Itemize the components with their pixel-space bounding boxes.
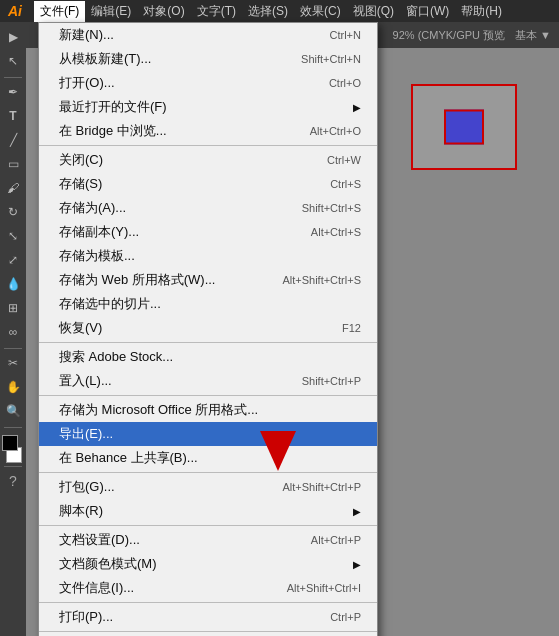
menu-item-i[interactable]: 文件信息(I)...Alt+Shift+Ctrl+I — [39, 576, 377, 600]
menu-item-label: 置入(L)... — [59, 372, 282, 390]
menu-item-p[interactable]: 打印(P)...Ctrl+P — [39, 605, 377, 629]
tool-rotate[interactable]: ↻ — [2, 201, 24, 223]
menu-item-label: 存储为(A)... — [59, 199, 282, 217]
artboard-object — [444, 110, 484, 145]
zoom-label: 92% (CMYK/GPU 预览 — [393, 28, 505, 43]
foreground-color[interactable] — [2, 435, 18, 451]
menu-item-label: 打印(P)... — [59, 608, 310, 626]
tool-separator-3 — [4, 427, 22, 428]
menu-item-shortcut: Ctrl+N — [330, 29, 361, 41]
tool-direct-select[interactable]: ↖ — [2, 50, 24, 72]
menu-item-shortcut: Ctrl+P — [330, 611, 361, 623]
menu-item-n[interactable]: 新建(N)...Ctrl+N — [39, 23, 377, 47]
menu-item-shortcut: Alt+Shift+Ctrl+S — [282, 274, 361, 286]
menu-item-y[interactable]: 存储副本(Y)...Alt+Ctrl+S — [39, 220, 377, 244]
menu-item-r[interactable]: 脚本(R)▶ — [39, 499, 377, 523]
file-dropdown-menu: 新建(N)...Ctrl+N从模板新建(T)...Shift+Ctrl+N打开(… — [38, 22, 378, 636]
menu-item-label: 新建(N)... — [59, 26, 310, 44]
menu-separator-5 — [39, 145, 377, 146]
menu-item-label: 最近打开的文件(F) — [59, 98, 347, 116]
menu-item-[interactable]: 存储为模板... — [39, 244, 377, 268]
menu-item-e[interactable]: 导出(E)... — [39, 422, 377, 446]
tool-select[interactable]: ▶ — [2, 26, 24, 48]
menu-item-shortcut: F12 — [342, 322, 361, 334]
menu-separator-17 — [39, 395, 377, 396]
tool-separator-1 — [4, 77, 22, 78]
menu-item-webw[interactable]: 存储为 Web 所用格式(W)...Alt+Shift+Ctrl+S — [39, 268, 377, 292]
tool-question[interactable]: ? — [2, 470, 24, 492]
menu-effect[interactable]: 效果(C) — [294, 1, 347, 22]
menu-separator-30 — [39, 631, 377, 632]
menu-item-submenu-arrow: ▶ — [353, 559, 361, 570]
workspace-label[interactable]: 基本 ▼ — [515, 28, 551, 43]
menu-type[interactable]: 文字(T) — [191, 1, 242, 22]
menu-item-adobestock[interactable]: 搜索 Adobe Stock... — [39, 345, 377, 369]
menu-help[interactable]: 帮助(H) — [455, 1, 508, 22]
menu-file[interactable]: 文件(F) — [34, 1, 85, 22]
menu-item-bridge[interactable]: 在 Bridge 中浏览...Alt+Ctrl+O — [39, 119, 377, 143]
menu-item-shortcut: Ctrl+O — [329, 77, 361, 89]
menu-item-label: 脚本(R) — [59, 502, 347, 520]
color-selector[interactable] — [2, 435, 24, 463]
artboard-inner — [411, 84, 517, 170]
tool-paintbrush[interactable]: 🖌 — [2, 177, 24, 199]
menu-item-f[interactable]: 最近打开的文件(F)▶ — [39, 95, 377, 119]
menu-item-s[interactable]: 存储(S)Ctrl+S — [39, 172, 377, 196]
menu-view[interactable]: 视图(Q) — [347, 1, 400, 22]
menu-item-g[interactable]: 打包(G)...Alt+Shift+Ctrl+P — [39, 475, 377, 499]
tool-eyedrop[interactable]: 💧 — [2, 273, 24, 295]
tool-rect[interactable]: ▭ — [2, 153, 24, 175]
menu-item-shortcut: Alt+Ctrl+O — [310, 125, 361, 137]
menu-item-c[interactable]: 关闭(C)Ctrl+W — [39, 148, 377, 172]
tool-zoom[interactable]: 🔍 — [2, 400, 24, 422]
menu-item-[interactable]: 存储选中的切片... — [39, 292, 377, 316]
menu-item-a[interactable]: 存储为(A)...Shift+Ctrl+S — [39, 196, 377, 220]
menu-object[interactable]: 对象(O) — [137, 1, 190, 22]
menu-item-v[interactable]: 恢复(V)F12 — [39, 316, 377, 340]
menu-item-shortcut: Alt+Ctrl+P — [311, 534, 361, 546]
menu-item-label: 存储为 Web 所用格式(W)... — [59, 271, 262, 289]
app-logo: Ai — [4, 3, 26, 19]
menu-item-label: 文件信息(I)... — [59, 579, 267, 597]
tool-pen[interactable]: ✒ — [2, 81, 24, 103]
menu-window[interactable]: 窗口(W) — [400, 1, 455, 22]
menu-item-submenu-arrow: ▶ — [353, 102, 361, 113]
menu-item-label: 在 Bridge 中浏览... — [59, 122, 290, 140]
menu-item-shortcut: Ctrl+S — [330, 178, 361, 190]
tool-scissors[interactable]: ✂ — [2, 352, 24, 374]
tool-text[interactable]: T — [2, 105, 24, 127]
menu-item-l[interactable]: 置入(L)...Shift+Ctrl+P — [39, 369, 377, 393]
menu-item-shortcut: Alt+Shift+Ctrl+I — [287, 582, 361, 594]
menu-item-shortcut: Alt+Ctrl+S — [311, 226, 361, 238]
menu-item-microsoftoffice[interactable]: 存储为 Microsoft Office 所用格式... — [39, 398, 377, 422]
menu-edit[interactable]: 编辑(E) — [85, 1, 137, 22]
menu-item-label: 打开(O)... — [59, 74, 309, 92]
menu-item-label: 在 Behance 上共享(B)... — [59, 449, 361, 467]
artboard-preview — [399, 72, 529, 182]
menu-item-label: 恢复(V) — [59, 319, 322, 337]
menu-separator-28 — [39, 602, 377, 603]
menu-item-label: 导出(E)... — [59, 425, 361, 443]
menu-item-label: 存储为模板... — [59, 247, 361, 265]
tool-mesh[interactable]: ⊞ — [2, 297, 24, 319]
menu-item-m[interactable]: 文档颜色模式(M)▶ — [39, 552, 377, 576]
menu-item-shortcut: Ctrl+W — [327, 154, 361, 166]
menu-item-label: 打包(G)... — [59, 478, 262, 496]
menu-item-label: 存储选中的切片... — [59, 295, 361, 313]
tool-scale[interactable]: ⤡ — [2, 225, 24, 247]
menu-item-shortcut: Shift+Ctrl+S — [302, 202, 361, 214]
tool-warp[interactable]: ⤢ — [2, 249, 24, 271]
menu-select[interactable]: 选择(S) — [242, 1, 294, 22]
tool-blend[interactable]: ∞ — [2, 321, 24, 343]
tool-hand[interactable]: ✋ — [2, 376, 24, 398]
menu-item-o[interactable]: 打开(O)...Ctrl+O — [39, 71, 377, 95]
menu-item-submenu-arrow: ▶ — [353, 506, 361, 517]
menu-item-d[interactable]: 文档设置(D)...Alt+Ctrl+P — [39, 528, 377, 552]
menu-item-label: 从模板新建(T)... — [59, 50, 281, 68]
tool-line[interactable]: ╱ — [2, 129, 24, 151]
svg-marker-0 — [260, 431, 296, 471]
menu-item-t[interactable]: 从模板新建(T)...Shift+Ctrl+N — [39, 47, 377, 71]
menu-item-label: 关闭(C) — [59, 151, 307, 169]
menu-item-shortcut: Shift+Ctrl+N — [301, 53, 361, 65]
menu-item-behanceb[interactable]: 在 Behance 上共享(B)... — [39, 446, 377, 470]
